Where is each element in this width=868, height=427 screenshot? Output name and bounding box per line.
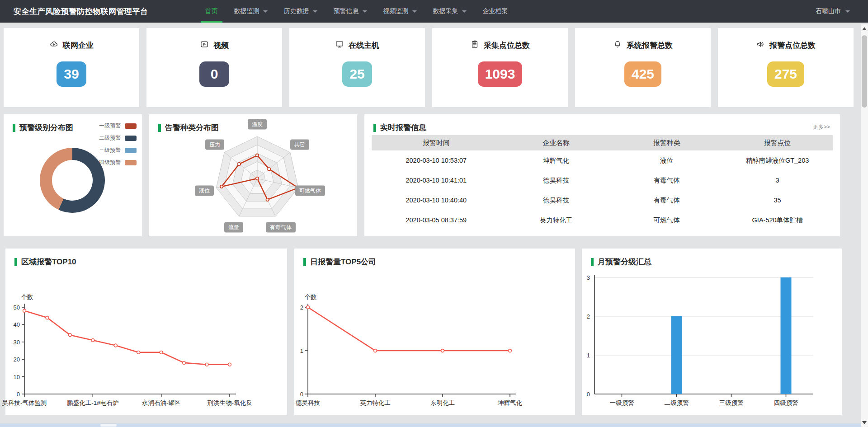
- card-realtime-alarm-info: 实时报警信息 更多>> 报警时间企业名称报警种类报警点位2020-03-10 1…: [364, 114, 840, 236]
- legend-item-level-1[interactable]: 一级预警: [99, 120, 137, 132]
- table-header-cell: 报警时间: [372, 139, 501, 147]
- nav-item-label: 首页: [205, 7, 218, 15]
- card-warning-level-distribution: 预警级别分布图 一级预警二级预警三级预警四级预警: [4, 114, 142, 236]
- card-header: 实时报警信息: [373, 122, 426, 133]
- stat-card-label: 报警点位总数: [769, 40, 816, 51]
- line-chart-svg: 012个数德昊科技英力特化工东明化工坤辉气化: [294, 249, 575, 415]
- chevron-down-icon: [263, 10, 268, 13]
- vertical-scrollbar[interactable]: [861, 24, 868, 427]
- nav-item-enterprise-archive[interactable]: 企业档案: [475, 0, 516, 23]
- nav-item-video-monitor[interactable]: 视频监测: [375, 0, 425, 23]
- card-region-alarm-top10: 区域报警TOP10 01020304050个数昊科技-气体监测鹏盛化工-1#电石…: [5, 249, 287, 415]
- stat-card-2: 视频0: [146, 28, 282, 107]
- radar-axis-label: 流量: [224, 222, 243, 233]
- svg-text:50: 50: [14, 304, 20, 311]
- stat-card-header: 报警点位总数: [756, 40, 816, 51]
- nav-item-label: 视频监测: [383, 7, 409, 15]
- scroll-up-icon[interactable]: [862, 27, 867, 30]
- legend-swatch: [125, 123, 137, 129]
- svg-text:3: 3: [587, 274, 590, 281]
- stat-card-1: 联网企业39: [4, 28, 139, 107]
- nav-item-history-data[interactable]: 历史数据: [276, 0, 326, 23]
- svg-text:四级预警: 四级预警: [774, 399, 798, 406]
- card-title-warning-level: 预警级别分布图: [19, 122, 73, 133]
- nav-item-data-collect[interactable]: 数据采集: [425, 0, 475, 23]
- table-cell: 德昊科技: [501, 176, 612, 185]
- warning-level-donut-chart: [40, 148, 105, 213]
- scroll-down-icon[interactable]: [862, 421, 867, 424]
- stat-card-header: 采集点位总数: [470, 40, 530, 51]
- stat-card-6: 报警点位总数275: [718, 28, 854, 107]
- horizontal-scrollbar[interactable]: [0, 423, 861, 427]
- nav-item-label: 企业档案: [483, 7, 508, 15]
- nav-item-home[interactable]: 首页: [197, 0, 226, 23]
- table-cell: 有毒气体: [611, 196, 722, 205]
- app-title: 安全生产风险预警防控物联网管理平台: [14, 6, 148, 17]
- svg-text:德昊科技: 德昊科技: [296, 399, 320, 406]
- stat-card-header: 视频: [200, 40, 229, 51]
- stat-card-label: 采集点位总数: [484, 40, 530, 51]
- radar-axis-label: 有毒气体: [266, 222, 296, 233]
- stat-card-header: 联网企业: [49, 40, 94, 51]
- stat-value-badge: 425: [624, 61, 661, 87]
- legend-label: 二级预警: [99, 134, 121, 142]
- legend-swatch: [125, 148, 137, 153]
- table-cell: 坤辉气化: [501, 156, 612, 165]
- table-cell: 3: [722, 177, 833, 184]
- table-header-cell: 报警点位: [722, 139, 833, 147]
- stat-card-header: 在线主机: [335, 40, 379, 51]
- stat-value-badge: 0: [199, 61, 229, 87]
- stat-value-badge: 275: [767, 61, 804, 87]
- nav-menu: 首页数据监测历史数据预警信息视频监测数据采集企业档案: [197, 0, 516, 23]
- nav-item-label: 数据采集: [433, 7, 458, 15]
- line-chart-svg: 01020304050个数昊科技-气体监测鹏盛化工-1#电石炉永润石油-罐区荆洪…: [5, 249, 287, 415]
- top-navbar: 安全生产风险预警防控物联网管理平台 首页数据监测历史数据预警信息视频监测数据采集…: [0, 0, 868, 23]
- table-cell: 2020-03-10 10:40:40: [372, 197, 501, 204]
- svg-text:荆洪生物-氧化反: 荆洪生物-氧化反: [208, 399, 252, 406]
- table-cell: 有毒气体: [611, 176, 722, 185]
- legend-item-level-2[interactable]: 二级预警: [99, 132, 137, 144]
- green-bar-icon: [13, 124, 15, 132]
- table-row: 2020-03-10 10:53:07坤辉气化液位精醇南罐液位GT_203: [372, 150, 833, 170]
- table-cell: 液位: [611, 156, 722, 165]
- radar-axis-label: 可燃气体: [295, 185, 325, 196]
- svg-text:30: 30: [14, 339, 20, 346]
- radar-axis-label: 液位: [195, 185, 214, 196]
- svg-text:永润石油-罐区: 永润石油-罐区: [142, 399, 181, 406]
- table-row: 2020-03-10 10:41:01德昊科技有毒气体3: [372, 170, 833, 190]
- svg-text:0: 0: [300, 391, 303, 398]
- green-bar-icon: [373, 124, 376, 132]
- stat-value-badge: 1093: [478, 61, 523, 87]
- more-link[interactable]: 更多>>: [813, 123, 830, 131]
- svg-text:东明化工: 东明化工: [430, 399, 455, 406]
- svg-text:个数: 个数: [21, 294, 33, 300]
- svg-text:英力特化工: 英力特化工: [360, 399, 391, 406]
- vertical-scrollbar-thumb[interactable]: [862, 35, 867, 108]
- svg-text:1: 1: [300, 347, 303, 354]
- radar-axis-label: 温度: [248, 119, 267, 130]
- svg-text:2: 2: [300, 304, 303, 311]
- horizontal-scrollbar-thumb[interactable]: [100, 424, 117, 427]
- nav-item-label: 历史数据: [284, 7, 309, 15]
- stat-card-4: 采集点位总数1093: [432, 28, 568, 107]
- svg-text:个数: 个数: [305, 294, 317, 300]
- card-monthly-warning-summary: 月预警分级汇总 0123一级预警二级预警三级预警四级预警: [582, 249, 842, 415]
- table-cell: 德昊科技: [501, 196, 612, 205]
- stat-card-header: 系统报警总数: [613, 40, 673, 51]
- svg-text:鹏盛化工-1#电石炉: 鹏盛化工-1#电石炉: [67, 399, 118, 406]
- speaker-icon: [756, 40, 765, 51]
- table-header-row: 报警时间企业名称报警种类报警点位: [372, 135, 833, 150]
- svg-text:20: 20: [14, 356, 20, 363]
- chevron-down-icon: [845, 10, 850, 13]
- region-selector[interactable]: 石嘴山市: [816, 7, 850, 15]
- chevron-down-icon: [363, 10, 367, 13]
- legend-swatch: [125, 136, 137, 141]
- region-label: 石嘴山市: [816, 7, 841, 15]
- radar-axis-label: 其它: [290, 140, 309, 150]
- nav-item-warning-info[interactable]: 预警信息: [326, 0, 375, 23]
- nav-item-data-monitor[interactable]: 数据监测: [226, 0, 276, 23]
- nav-item-label: 数据监测: [234, 7, 259, 15]
- svg-text:40: 40: [14, 321, 20, 328]
- svg-text:二级预警: 二级预警: [665, 399, 689, 406]
- stat-card-label: 视频: [213, 40, 229, 51]
